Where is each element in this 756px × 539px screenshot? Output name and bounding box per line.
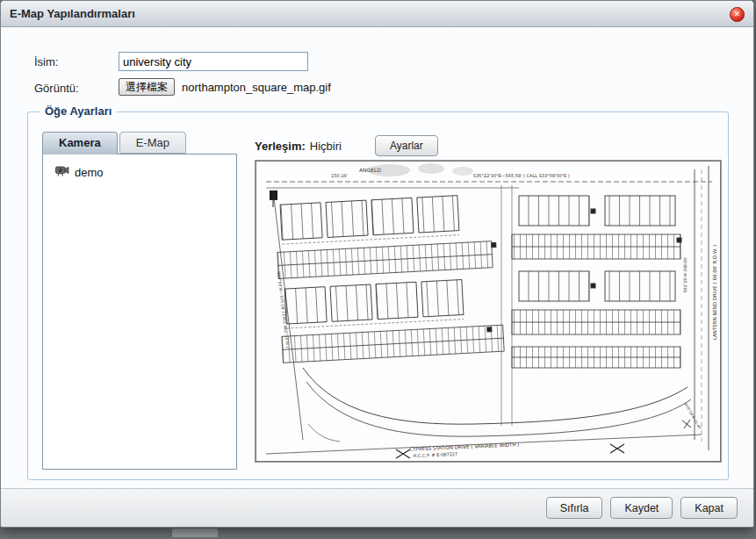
selected-file-name: northampton_square_map.gif (182, 81, 331, 94)
camera-tree-panel[interactable]: demo (42, 154, 237, 470)
layout-settings-button[interactable]: Ayarlar (375, 135, 438, 156)
map-label-east-bearing: S02°25'W 358.00' (683, 257, 688, 293)
item-settings-legend: Öğe Ayarları (40, 104, 117, 118)
choose-file-button[interactable]: 選擇檔案 (119, 78, 175, 96)
map-label-top-bearing: S35°22'30"E—565.58' ( CALL S33°08'50"E ) (473, 173, 570, 178)
map-label-angelo: ANGELO (359, 167, 381, 173)
tab-kamera[interactable]: Kamera (42, 132, 118, 155)
emap-preview[interactable]: ANGELO 150.16' S35°22'30"E—565.58' ( CAL… (255, 160, 722, 463)
site-plan-drawing: ANGELO 150.16' S35°22'30"E—565.58' ( CAL… (256, 161, 721, 462)
desktop-background-patch (172, 528, 218, 537)
layout-value: Hiçbiri (310, 140, 342, 153)
dialog-footer: Sıfırla Kaydet Kapat (1, 488, 753, 527)
tree-item-demo[interactable]: demo (43, 155, 236, 179)
layout-row: Yerleşim: Hiçbiri Ayarlar (255, 135, 438, 156)
tree-item-label: demo (75, 166, 104, 179)
item-settings-group: Kamera E-Map demo Yerleşim: Hiçbi (27, 111, 729, 480)
name-input[interactable] (119, 52, 308, 71)
save-button[interactable]: Kaydet (610, 497, 673, 519)
map-label-top-dim: 150.16' (331, 173, 348, 178)
close-icon[interactable]: ✕ (730, 7, 745, 22)
layout-label: Yerleşim: (255, 140, 306, 153)
image-label: Görüntü: (34, 82, 79, 95)
name-label: İsim: (34, 55, 58, 68)
dialog-title: E-Map Yapılandırmaları (10, 7, 135, 20)
map-label-lantern-bend-drive: LANTERN BEND DRIVE ( 60.00' R.O.W. ) (712, 245, 717, 340)
tab-emap[interactable]: E-Map (119, 132, 186, 154)
reset-button[interactable]: Sıfırla (546, 497, 603, 519)
dialog-titlebar[interactable]: E-Map Yapılandırmaları ✕ (1, 1, 753, 27)
emap-configuration-dialog: E-Map Yapılandırmaları ✕ İsim: Görüntü: … (0, 0, 754, 528)
camera-icon (55, 165, 69, 179)
tab-strip: Kamera E-Map (42, 132, 188, 155)
close-button[interactable]: Kapat (680, 497, 738, 519)
